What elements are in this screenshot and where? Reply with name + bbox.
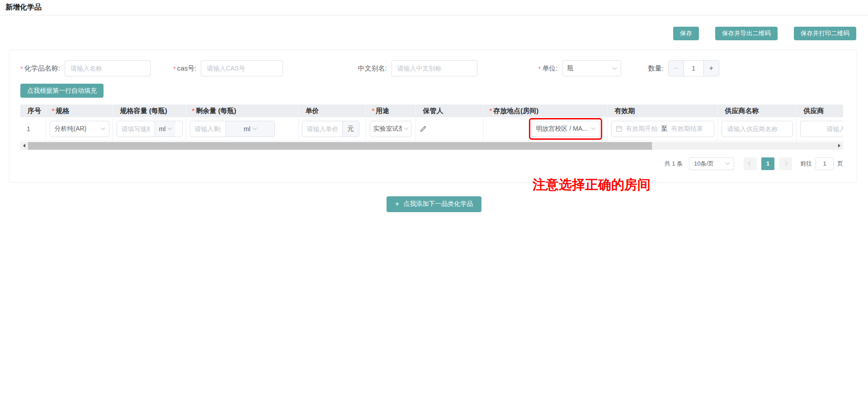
price-cell: 元 <box>298 117 366 141</box>
quantity-label: 数量: <box>648 64 664 73</box>
spec-cell: 分析纯(AR) <box>46 117 113 141</box>
column-header-keeper: 保管人 <box>415 104 483 117</box>
alias-input[interactable] <box>392 60 477 76</box>
field-chemical-name: * 化学品名称: <box>20 60 151 76</box>
scrollbar-thumb[interactable] <box>28 142 652 150</box>
column-header-supplier: 供应商名称 <box>717 104 796 117</box>
remaining-input[interactable] <box>190 121 226 137</box>
column-header-validity: 有效期 <box>607 104 717 117</box>
usage-select[interactable]: 实验室试剂 <box>370 121 411 137</box>
scroll-right-icon <box>838 144 840 147</box>
save-button[interactable]: 保存 <box>673 27 699 40</box>
add-next-chemical-button[interactable]: + 点我添加下一品类化学品 <box>387 196 481 212</box>
page-size-value: 10条/页 <box>694 160 714 168</box>
quantity-increase-button[interactable]: + <box>704 61 719 76</box>
field-cas: * cas号: <box>173 60 283 76</box>
location-select-value: 明故宫校区 / MA... <box>536 125 588 133</box>
chevron-down-icon <box>100 126 105 130</box>
unit-select-value: 瓶 <box>567 64 574 72</box>
remaining-unit-select[interactable]: ml <box>226 121 274 137</box>
field-alias: 中文别名: <box>358 60 477 76</box>
quantity-decrease-button[interactable]: − <box>669 61 684 76</box>
annotation-red-box: 明故宫校区 / MA... <box>529 118 602 140</box>
quantity-input[interactable] <box>684 61 704 76</box>
validity-cell: 有效期开始 至 有效期结束 <box>607 117 717 141</box>
page-header: 新增化学品 <box>0 0 868 15</box>
required-mark: * <box>20 65 23 72</box>
scroll-right-button[interactable] <box>835 142 843 150</box>
usage-cell: 实验室试剂 <box>366 117 415 141</box>
chevron-down-icon <box>252 126 257 130</box>
column-header-supplier-extra: 供应商 <box>796 104 843 117</box>
validity-separator: 至 <box>661 125 668 133</box>
price-input[interactable] <box>302 121 342 137</box>
horizontal-scrollbar[interactable] <box>20 142 843 150</box>
required-mark: * <box>538 65 541 72</box>
validity-date-range-picker[interactable]: 有效期开始 至 有效期结束 <box>611 121 714 137</box>
chemical-form-panel: * 化学品名称: * cas号: 中文别名: * 单位: 瓶 数量: − <box>9 50 857 183</box>
chevron-down-icon <box>404 126 408 130</box>
chevron-left-icon <box>748 161 753 166</box>
next-page-button[interactable] <box>779 157 792 170</box>
cas-label: cas号: <box>177 64 197 73</box>
current-page-button[interactable]: 1 <box>761 157 774 170</box>
chevron-down-icon <box>726 161 730 165</box>
chemical-form-row: * 化学品名称: * cas号: 中文别名: * 单位: 瓶 数量: − <box>20 60 857 76</box>
chevron-down-icon <box>612 65 617 70</box>
validity-end-placeholder: 有效期结束 <box>671 125 703 133</box>
table-row: 1 分析纯(AR) ml <box>20 117 843 141</box>
required-mark: * <box>173 65 176 72</box>
goto-page-input[interactable] <box>816 157 834 170</box>
page-unit-label: 页 <box>837 160 843 168</box>
capacity-unit-value: ml <box>159 125 166 133</box>
supplier-extra-cell <box>796 117 843 141</box>
annotation-text: 注意选择正确的房间 <box>533 176 651 194</box>
chemical-detail-table: 序号 *规格 规格容量 (每瓶) *剩余量 (每瓶) 单价 *用途 保管人 *存… <box>20 104 843 141</box>
scroll-left-button[interactable] <box>20 142 28 150</box>
remaining-unit-value: ml <box>244 125 250 133</box>
column-header-usage: *用途 <box>366 104 415 117</box>
add-next-chemical-label: 点我添加下一品类化学品 <box>403 200 473 208</box>
column-header-remaining: *剩余量 (每瓶) <box>186 104 298 117</box>
price-currency-suffix: 元 <box>342 121 359 137</box>
capacity-input[interactable] <box>117 121 155 137</box>
plus-icon: + <box>395 200 399 208</box>
unit-select[interactable]: 瓶 <box>562 60 621 76</box>
page-size-select[interactable]: 10条/页 <box>689 157 734 170</box>
capacity-unit-select[interactable]: ml <box>155 121 176 137</box>
chemical-name-input[interactable] <box>65 60 151 76</box>
save-print-qr-button[interactable]: 保存并打印二维码 <box>794 27 856 40</box>
supplier-name-input[interactable] <box>722 121 793 137</box>
field-unit: * 单位: 瓶 <box>538 60 621 76</box>
autofill-from-first-row-button[interactable]: 点我根据第一行自动填充 <box>20 84 104 98</box>
column-header-price: 单价 <box>298 104 366 117</box>
scrollbar-track[interactable] <box>28 142 835 150</box>
chemical-name-label: 化学品名称: <box>24 64 60 73</box>
field-quantity: 数量: − + <box>648 60 719 76</box>
row-index-cell: 1 <box>20 117 46 141</box>
validity-start-placeholder: 有效期开始 <box>626 125 658 133</box>
spec-select-value: 分析纯(AR) <box>55 125 87 133</box>
column-header-location: *存放地点(房间) <box>483 104 607 117</box>
goto-label: 前往 <box>800 160 812 168</box>
chevron-down-icon <box>168 126 172 130</box>
alias-label: 中文别名: <box>358 64 387 73</box>
page-title: 新增化学品 <box>5 3 42 12</box>
location-cell: 明故宫校区 / MA... <box>483 117 607 141</box>
prev-page-button[interactable] <box>744 157 757 170</box>
quantity-stepper: − + <box>668 60 719 76</box>
location-select[interactable]: 明故宫校区 / MA... <box>532 121 599 137</box>
cas-input[interactable] <box>201 60 283 76</box>
edit-keeper-button[interactable] <box>420 125 480 133</box>
remaining-cell: ml <box>186 117 298 141</box>
capacity-cell: ml <box>113 117 186 141</box>
save-export-qr-button[interactable]: 保存并导出二维码 <box>715 27 778 40</box>
keeper-cell <box>415 117 483 141</box>
toolbar: 保存 保存并导出二维码 保存并打印二维码 <box>0 15 868 40</box>
column-header-spec: *规格 <box>46 104 113 117</box>
remaining-input-group: ml <box>190 121 275 137</box>
column-header-index: 序号 <box>20 104 46 117</box>
spec-select[interactable]: 分析纯(AR) <box>50 121 109 137</box>
supplier-extra-input[interactable] <box>800 121 844 137</box>
chevron-down-icon <box>591 126 595 130</box>
